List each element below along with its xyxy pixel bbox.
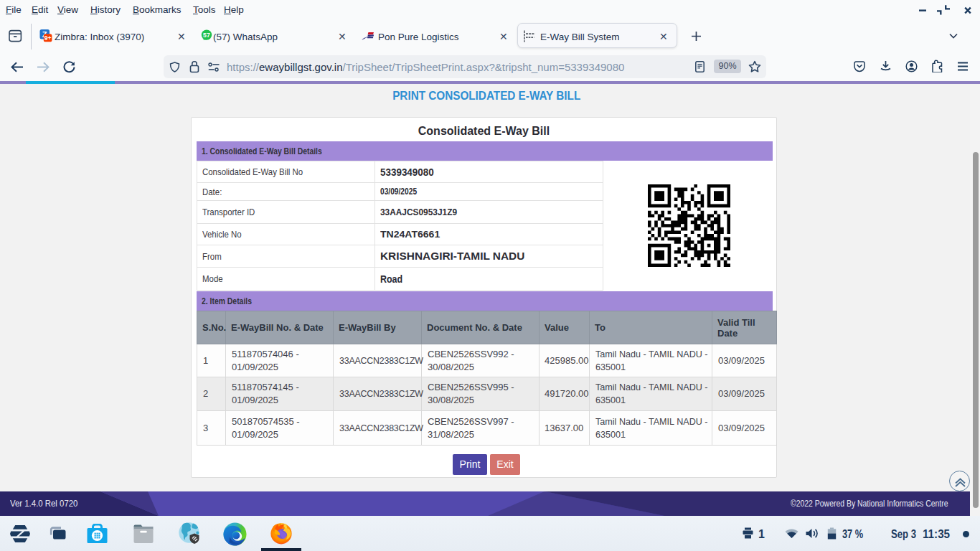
svg-text:57: 57	[203, 32, 210, 39]
svg-text:9+: 9+	[44, 34, 52, 42]
